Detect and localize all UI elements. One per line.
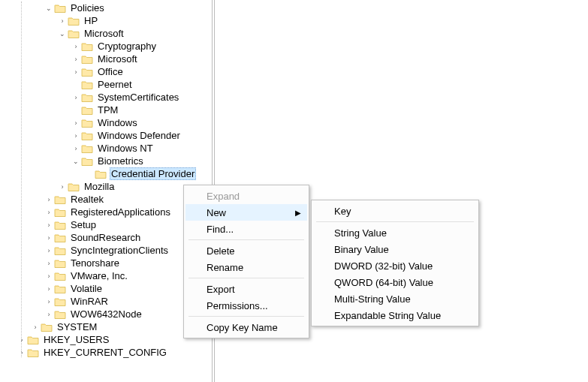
menu-item-label: Rename [207, 262, 243, 273]
tree-item-biometrics[interactable]: ⌄ Biometrics [0, 155, 212, 167]
expander-blank: · [84, 169, 95, 179]
tree-item-windows[interactable]: › Windows [0, 116, 212, 129]
tree-item-systemcertificates[interactable]: › SystemCertificates [0, 91, 212, 104]
chevron-right-icon[interactable]: › [71, 131, 81, 141]
chevron-right-icon[interactable]: › [30, 322, 41, 332]
tree-item-label: Biometrics [96, 155, 145, 167]
menu-item-permissions[interactable]: Permissions... [185, 297, 307, 314]
tree-item-microsoft[interactable]: ⌄ Microsoft [0, 27, 212, 40]
tree-item-label: Microsoft [83, 27, 125, 40]
tree-item-hp[interactable]: › HP [0, 14, 212, 27]
registry-tree-pane[interactable]: ⌄ Policies › HP ⌄ Microsoft › Cryptograp… [0, 0, 212, 382]
chevron-right-icon[interactable]: › [71, 118, 81, 128]
menu-item-multi-string-value[interactable]: Multi-String Value [313, 290, 477, 307]
folder-icon [95, 169, 107, 179]
tree-item-mozilla[interactable]: › Mozilla [0, 180, 212, 193]
chevron-right-icon[interactable]: › [57, 16, 68, 26]
folder-icon [81, 105, 93, 116]
tree-item-label: Realtek [69, 193, 105, 206]
menu-item-label: Binary Value [334, 244, 389, 255]
menu-item-label: DWORD (32-bit) Value [334, 260, 433, 272]
tree-item-setup[interactable]: › Setup [0, 218, 212, 231]
tree-item-label: HKEY_USERS [42, 333, 110, 346]
chevron-right-icon[interactable]: › [71, 92, 81, 103]
tree-item-label: WOW6432Node [69, 308, 143, 320]
tree-item-microsoft2[interactable]: › Microsoft [0, 53, 212, 65]
chevron-right-icon[interactable]: › [71, 143, 81, 154]
folder-icon [68, 16, 80, 26]
chevron-down-icon[interactable]: ⌄ [57, 29, 68, 39]
menu-item-expandable-string-value[interactable]: Expandable String Value [313, 307, 477, 323]
folder-icon [54, 233, 66, 243]
folder-icon [81, 41, 93, 52]
chevron-right-icon[interactable]: › [71, 67, 81, 77]
tree-item-hkey-current-config[interactable]: › HKEY_CURRENT_CONFIG [0, 346, 212, 359]
tree-item-system[interactable]: › SYSTEM [0, 320, 212, 333]
tree-item-label: SYSTEM [56, 320, 98, 333]
tree-item-label: Tenorshare [69, 257, 121, 269]
tree-item-realtek[interactable]: › Realtek [0, 193, 212, 206]
tree-item-winrar[interactable]: › WinRAR [0, 295, 212, 308]
tree-item-wow6432node[interactable]: › WOW6432Node [0, 308, 212, 320]
menu-item-label: Export [207, 284, 235, 295]
tree-item-office[interactable]: › Office [0, 65, 212, 78]
folder-icon [68, 182, 80, 192]
tree-item-label: Microsoft [96, 53, 139, 65]
chevron-right-icon[interactable]: › [44, 245, 54, 256]
chevron-right-icon[interactable]: › [44, 284, 54, 294]
menu-item-find[interactable]: Find... [185, 221, 307, 237]
chevron-right-icon[interactable]: › [44, 309, 54, 320]
menu-item-qword-value[interactable]: QWORD (64-bit) Value [313, 274, 477, 290]
tree-item-registeredapplications[interactable]: › RegisteredApplications [0, 206, 212, 218]
tree-item-windows-defender[interactable]: › Windows Defender [0, 129, 212, 142]
folder-icon [54, 284, 66, 294]
chevron-right-icon[interactable]: › [17, 335, 27, 345]
chevron-right-icon[interactable]: › [44, 258, 54, 269]
menu-separator [316, 221, 474, 222]
menu-separator [188, 278, 304, 278]
menu-item-key[interactable]: Key [313, 203, 477, 219]
tree-item-label: SystemCertificates [96, 91, 180, 104]
folder-icon [68, 29, 80, 39]
folder-icon [81, 143, 93, 154]
registry-tree[interactable]: ⌄ Policies › HP ⌄ Microsoft › Cryptograp… [0, 0, 212, 359]
chevron-right-icon[interactable]: › [71, 54, 81, 65]
tree-item-soundresearch[interactable]: › SoundResearch [0, 231, 212, 244]
tree-item-vmware[interactable]: › VMware, Inc. [0, 269, 212, 282]
menu-item-dword-value[interactable]: DWORD (32-bit) Value [313, 257, 477, 274]
tree-item-tpm[interactable]: · TPM [0, 104, 212, 116]
tree-item-tenorshare[interactable]: › Tenorshare [0, 257, 212, 269]
menu-item-string-value[interactable]: String Value [313, 224, 477, 241]
menu-item-label: Expandable String Value [334, 310, 441, 321]
chevron-right-icon[interactable]: › [17, 347, 27, 358]
folder-icon [54, 309, 66, 320]
tree-item-label: SyncIntegrationClients [69, 244, 170, 257]
tree-item-label: HKEY_CURRENT_CONFIG [42, 346, 168, 359]
tree-item-syncintegrationclients[interactable]: › SyncIntegrationClients [0, 244, 212, 257]
chevron-right-icon[interactable]: › [44, 233, 54, 243]
chevron-right-icon[interactable]: › [44, 220, 54, 230]
chevron-right-icon[interactable]: › [71, 41, 81, 52]
tree-item-hkey-users[interactable]: › HKEY_USERS [0, 333, 212, 346]
chevron-right-icon[interactable]: › [57, 182, 68, 192]
chevron-right-icon[interactable]: › [44, 271, 54, 281]
menu-item-export[interactable]: Export [185, 281, 307, 297]
tree-item-windows-nt[interactable]: › Windows NT [0, 142, 212, 155]
chevron-down-icon[interactable]: ⌄ [44, 3, 54, 14]
menu-item-copy-key-name[interactable]: Copy Key Name [185, 319, 307, 335]
menu-item-delete[interactable]: Delete [185, 242, 307, 259]
tree-item-cryptography[interactable]: › Cryptography [0, 40, 212, 53]
chevron-right-icon[interactable]: › [44, 194, 54, 205]
chevron-down-icon[interactable]: ⌄ [71, 156, 81, 167]
menu-separator [188, 316, 304, 317]
tree-item-volatile[interactable]: › Volatile [0, 282, 212, 295]
chevron-right-icon[interactable]: › [44, 296, 54, 307]
menu-item-rename[interactable]: Rename [185, 259, 307, 275]
tree-item-credential-provider[interactable]: · Credential Provider [0, 167, 212, 180]
tree-item-peernet[interactable]: · Peernet [0, 78, 212, 91]
menu-item-binary-value[interactable]: Binary Value [313, 241, 477, 257]
chevron-right-icon[interactable]: › [44, 207, 54, 218]
menu-item-new[interactable]: New ▶ [185, 204, 307, 221]
tree-item-policies[interactable]: ⌄ Policies [0, 2, 212, 14]
menu-separator [188, 239, 304, 240]
